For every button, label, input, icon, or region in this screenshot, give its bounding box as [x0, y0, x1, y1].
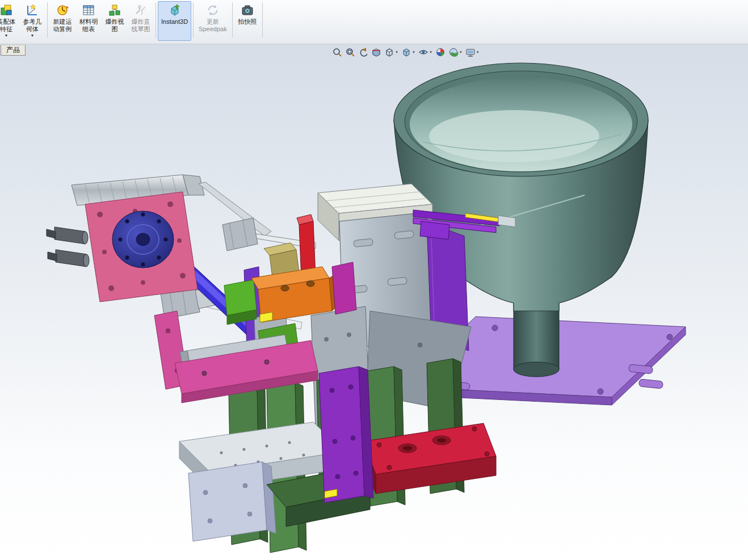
- btn-exploded-view[interactable]: 爆炸视 图: [102, 1, 128, 41]
- section-view-button[interactable]: [370, 47, 383, 58]
- dropdown-caret-icon: ▼: [31, 33, 35, 38]
- btn-bill-of-materials[interactable]: 材料明 细表: [75, 1, 102, 41]
- reference-geometry-icon: [26, 3, 39, 17]
- display-style-button[interactable]: ▼: [400, 47, 417, 58]
- document-tab[interactable]: 产品: [1, 45, 26, 56]
- btn-label-line2: 动算例: [53, 26, 72, 33]
- exploded-view-icon: [108, 3, 121, 17]
- zoom-to-fit-button[interactable]: [331, 47, 343, 58]
- btn-label-line2: 细表: [82, 26, 95, 33]
- piston-rod-upper[interactable]: [199, 182, 316, 251]
- explode-line-sketch-icon: [134, 3, 148, 17]
- toolbar-separator: [47, 2, 48, 37]
- btn-label-line1: 更新: [207, 18, 219, 26]
- bom-icon: [82, 3, 95, 17]
- btn-explode-line-sketch[interactable]: 爆炸直 线草图: [128, 1, 154, 41]
- zoom-to-area-button[interactable]: [344, 47, 356, 58]
- hide-show-items-button[interactable]: ▼: [417, 47, 434, 58]
- edit-appearance-button[interactable]: [434, 47, 447, 58]
- btn-label-line1: 材料明: [79, 18, 98, 26]
- display-style-icon: [401, 47, 411, 57]
- zoom-to-fit-icon: [332, 47, 342, 57]
- btn-label-line1: 装配体: [0, 18, 16, 26]
- snapshot-icon: [241, 3, 254, 17]
- dropdown-caret-icon: ▼: [459, 50, 463, 54]
- btn-label-line1: 爆炸直: [132, 18, 150, 26]
- motion-study-icon: [56, 3, 69, 17]
- btn-label-line2: 特征: [0, 26, 12, 33]
- zoom-to-area-icon: [345, 47, 355, 57]
- apply-scene-button[interactable]: ▼: [447, 47, 464, 58]
- btn-update-speedpak[interactable]: 更新 Speedpak: [195, 1, 230, 41]
- btn-take-snapshot[interactable]: 拍快照: [234, 1, 260, 41]
- btn-label-line2: 图: [112, 26, 118, 33]
- graphics-area[interactable]: ▼ ▼ ▼ ▼ ▼: [0, 44, 748, 560]
- dropdown-caret-icon: ▼: [429, 50, 432, 54]
- toolbar-separator: [156, 2, 156, 37]
- update-speedpak-icon: [206, 3, 220, 17]
- base-plate-lavender[interactable]: [188, 462, 276, 541]
- previous-view-icon: [358, 47, 368, 57]
- btn-instant3d[interactable]: Instant3D: [158, 1, 191, 41]
- section-view-icon: [371, 47, 381, 57]
- btn-label-line2: 线草图: [132, 26, 150, 33]
- btn-reference-geometry[interactable]: 参考几 何体 ▼: [19, 1, 45, 41]
- air-fittings[interactable]: [47, 227, 89, 267]
- cylinder-flange[interactable]: [112, 211, 174, 268]
- dropdown-caret-icon: ▼: [5, 33, 9, 38]
- view-settings-icon: [465, 47, 476, 57]
- instant3d-icon: [168, 3, 182, 17]
- front-plate-purple[interactable]: [319, 367, 373, 503]
- view-orientation-button[interactable]: ▼: [383, 47, 400, 58]
- dropdown-caret-icon: ▼: [412, 50, 415, 54]
- view-settings-button[interactable]: ▼: [464, 47, 481, 58]
- btn-label-line1: 参考几: [23, 18, 42, 26]
- dropdown-caret-icon: ▼: [395, 50, 398, 54]
- toolbar-separator: [232, 2, 233, 37]
- btn-label-line1: 拍快照: [238, 18, 257, 26]
- view-orientation-icon: [384, 47, 394, 57]
- btn-assembly-features[interactable]: 装配体 特征 ▼: [0, 1, 19, 41]
- btn-label-line2: 何体: [26, 26, 39, 33]
- apply-scene-icon: [448, 47, 459, 57]
- assembly-features-icon: [0, 3, 13, 17]
- toolbar-separator: [262, 2, 263, 37]
- toolbar-separator: [193, 2, 194, 37]
- btn-label-line2: Speedpak: [199, 26, 227, 33]
- hide-show-items-icon: [418, 47, 428, 57]
- bowl-pedestal[interactable]: [514, 302, 559, 377]
- dropdown-caret-icon: ▼: [476, 50, 480, 54]
- btn-label-line1: 新建运: [53, 18, 72, 26]
- solidworks-window: { "toolbar": { "buttons": [ {"line1":"装配…: [0, 0, 748, 560]
- command-toolbar: 装配体 特征 ▼ 参考几 何体 ▼ 新建运 动算例 材料明 细表 爆炸视 图: [0, 0, 748, 44]
- document-tab-label: 产品: [6, 46, 20, 54]
- heads-up-view-toolbar: ▼ ▼ ▼ ▼ ▼: [331, 47, 481, 58]
- model-canvas[interactable]: [0, 44, 748, 560]
- edit-appearance-icon: [435, 47, 446, 57]
- btn-label-line1: 爆炸视: [106, 18, 124, 26]
- btn-label-line1: Instant3D: [161, 18, 188, 26]
- btn-new-motion-study[interactable]: 新建运 动算例: [49, 1, 75, 41]
- previous-view-button[interactable]: [357, 47, 369, 58]
